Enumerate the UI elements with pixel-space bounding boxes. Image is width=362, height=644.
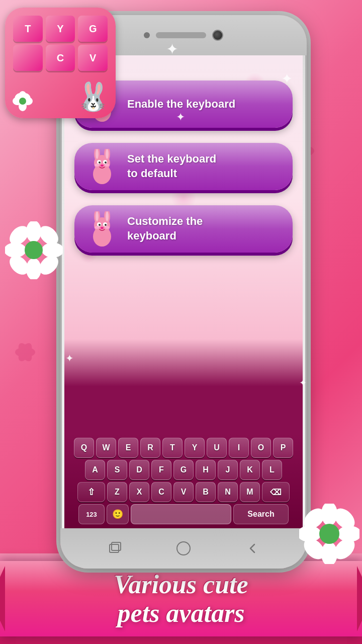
phone-sensor <box>144 32 150 38</box>
key-j[interactable]: J <box>218 460 238 480</box>
keyboard-row-3: ⇧ Z X C V B N M ⌫ <box>66 482 301 502</box>
svg-point-50 <box>96 149 99 159</box>
svg-point-56 <box>105 162 107 164</box>
banner-line2: pets avatars <box>114 599 248 627</box>
key-z[interactable]: Z <box>107 482 127 502</box>
key-l[interactable]: L <box>262 460 282 480</box>
key-s[interactable]: S <box>107 460 127 480</box>
svg-point-59 <box>105 164 110 167</box>
nav-recents-button[interactable] <box>106 540 124 557</box>
svg-point-55 <box>99 162 101 164</box>
key-q[interactable]: Q <box>74 438 94 458</box>
key-e[interactable]: E <box>118 438 138 458</box>
keyboard-area: Q W E R T Y U I O P A S D F G H J K <box>64 434 303 528</box>
key-b[interactable]: B <box>196 482 216 502</box>
svg-point-57 <box>101 165 104 167</box>
key-x[interactable]: X <box>129 482 149 502</box>
key-n[interactable]: N <box>218 482 238 502</box>
svg-point-58 <box>95 164 100 167</box>
svg-point-72 <box>105 226 110 229</box>
svg-point-52 <box>106 149 109 159</box>
svg-rect-74 <box>112 542 121 550</box>
svg-point-65 <box>106 211 109 221</box>
app-icon-key-g: G <box>78 16 108 42</box>
phone-camera <box>212 30 223 41</box>
app-icon-key-t: T <box>13 16 43 42</box>
keyboard-row-1: Q W E R T Y U I O P <box>66 438 301 458</box>
key-m[interactable]: M <box>240 482 260 502</box>
key-y[interactable]: Y <box>185 438 205 458</box>
nav-home-button[interactable] <box>174 540 192 557</box>
key-v[interactable]: V <box>173 482 194 502</box>
key-space[interactable] <box>131 504 231 524</box>
set-default-bunny-icon <box>84 149 120 184</box>
key-o[interactable]: O <box>251 438 271 458</box>
customize-bunny-icon <box>84 211 120 247</box>
svg-rect-73 <box>110 544 119 552</box>
key-w[interactable]: W <box>96 438 116 458</box>
key-t[interactable]: T <box>162 438 183 458</box>
key-k[interactable]: K <box>240 460 260 480</box>
svg-point-70 <box>101 227 104 229</box>
svg-point-71 <box>95 226 100 229</box>
app-icon-flower <box>13 91 33 113</box>
app-icon-bunny: 🐰 <box>76 80 111 113</box>
nav-back-button[interactable] <box>243 540 261 557</box>
phone-screen: ✦ <box>64 55 303 528</box>
banner-text: Various cute pets avatars <box>114 570 248 627</box>
key-search[interactable]: Search <box>233 504 289 524</box>
enable-keyboard-label: Enable the keyboard <box>127 97 235 112</box>
key-r[interactable]: R <box>140 438 160 458</box>
keyboard-row-2: A S D F G H J K L <box>66 460 301 480</box>
app-icon: T Y G C V 🐰 <box>5 8 116 118</box>
customize-label: Customize the keyboard <box>127 214 203 243</box>
set-default-keyboard-button[interactable]: Set the keyboard to default <box>74 143 293 190</box>
app-icon-key-y: Y <box>46 16 75 42</box>
key-shift[interactable]: ⇧ <box>77 482 105 502</box>
banner-line1: Various cute <box>114 570 248 599</box>
key-c[interactable]: C <box>151 482 171 502</box>
key-d[interactable]: D <box>129 460 149 480</box>
svg-point-15 <box>19 98 26 105</box>
key-numbers[interactable]: 123 <box>78 504 105 524</box>
svg-point-63 <box>96 211 99 221</box>
app-icon-key-c <box>13 45 43 71</box>
banner-ribbon: Various cute pets avatars <box>0 561 362 636</box>
phone-speaker <box>156 32 206 38</box>
svg-point-68 <box>99 224 101 226</box>
key-i[interactable]: I <box>229 438 249 458</box>
app-icon-key-b: V <box>78 45 108 71</box>
svg-point-75 <box>177 542 190 555</box>
key-f[interactable]: F <box>151 460 171 480</box>
key-h[interactable]: H <box>196 460 216 480</box>
key-g[interactable]: G <box>173 460 194 480</box>
key-a[interactable]: A <box>85 460 105 480</box>
key-emoji[interactable]: 🙂 <box>107 504 129 524</box>
svg-point-69 <box>105 224 107 226</box>
customize-keyboard-button[interactable]: Customize the keyboard <box>74 205 293 253</box>
key-p[interactable]: P <box>273 438 293 458</box>
keyboard-bottom-row: 123 🙂 Search <box>66 504 301 524</box>
key-u[interactable]: U <box>207 438 227 458</box>
key-backspace[interactable]: ⌫ <box>262 482 290 502</box>
app-icon-key-v: C <box>46 45 75 71</box>
phone-nav-bar <box>60 528 307 569</box>
set-default-label: Set the keyboard to default <box>127 152 216 181</box>
app-icon-keyboard: T Y G C V <box>5 8 116 71</box>
